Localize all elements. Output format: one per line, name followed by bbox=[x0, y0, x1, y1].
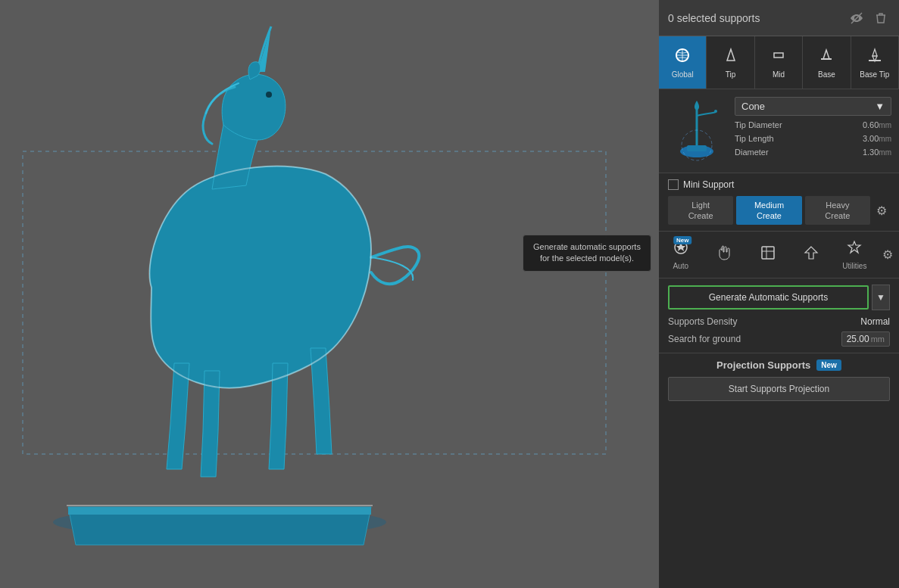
density-value: Normal bbox=[860, 316, 890, 327]
selected-supports-title: 0 selected supports bbox=[668, 12, 760, 24]
tip-length-row: Tip Length 3.00mm bbox=[735, 134, 891, 143]
tip-length-value: 3.00mm bbox=[863, 134, 891, 143]
utilities-tool-btn[interactable]: Utilities bbox=[833, 235, 876, 275]
svg-rect-35 bbox=[687, 145, 707, 151]
header-icons bbox=[847, 9, 890, 27]
edit-tool-icon bbox=[760, 244, 776, 265]
svg-point-24 bbox=[266, 92, 272, 98]
tab-global-label: Global bbox=[672, 70, 694, 79]
transform-tool-btn[interactable] bbox=[789, 235, 832, 275]
svg-point-33 bbox=[714, 110, 717, 113]
panel-header: 0 selected supports bbox=[659, 0, 899, 36]
svg-marker-26 bbox=[727, 49, 735, 61]
global-tab-icon bbox=[674, 47, 691, 67]
projection-section: Projection Supports New Start Supports P… bbox=[659, 353, 899, 407]
tab-mid[interactable]: Mid bbox=[755, 36, 803, 89]
diameter-value: 1.30mm bbox=[863, 148, 891, 157]
generate-auto-supports-btn[interactable]: Generate Automatic Supports bbox=[668, 285, 869, 310]
tip-diameter-row: Tip Diameter 0.60mm bbox=[735, 120, 891, 129]
light-create-btn[interactable]: Light Create bbox=[668, 196, 733, 225]
tip-diameter-value: 0.60mm bbox=[863, 120, 891, 129]
tip-diameter-label: Tip Diameter bbox=[735, 120, 782, 129]
utilities-tool-label: Utilities bbox=[842, 262, 866, 270]
tab-base[interactable]: Base bbox=[803, 36, 851, 89]
projection-title: Projection Supports bbox=[716, 359, 810, 371]
manual-tool-icon bbox=[716, 244, 732, 265]
tab-tip-label: Tip bbox=[726, 70, 736, 79]
hide-icon[interactable] bbox=[847, 9, 866, 27]
mini-support-settings-btn[interactable]: ⚙ bbox=[873, 201, 890, 221]
shape-controls: Cone ▼ Tip Diameter 0.60mm Tip Length 3.… bbox=[735, 97, 891, 165]
ground-value-input[interactable]: 25.00 mm bbox=[841, 331, 890, 347]
medium-label: Medium bbox=[754, 201, 784, 210]
svg-rect-27 bbox=[774, 53, 783, 58]
tab-mid-label: Mid bbox=[773, 70, 785, 79]
mini-support-checkbox[interactable] bbox=[668, 179, 679, 190]
ground-row: Search for ground 25.00 mm bbox=[668, 331, 890, 347]
delete-icon[interactable] bbox=[872, 9, 890, 27]
shape-section: Cone ▼ Tip Diameter 0.60mm Tip Length 3.… bbox=[659, 89, 899, 173]
cone-dropdown-arrow: ▼ bbox=[875, 101, 885, 112]
transform-tool-icon bbox=[803, 244, 819, 265]
medium-create-label: Create bbox=[757, 211, 782, 220]
mini-support-label: Mini Support bbox=[683, 179, 734, 190]
diameter-label: Diameter bbox=[735, 148, 769, 157]
base-tip-tab-icon bbox=[866, 47, 883, 67]
medium-create-btn[interactable]: Medium Create bbox=[736, 196, 801, 225]
mid-tab-icon bbox=[770, 47, 787, 67]
projection-new-tag: New bbox=[816, 359, 841, 371]
auto-tool-label: Auto bbox=[673, 262, 688, 270]
mini-support-buttons: Light Create Medium Create Heavy Create … bbox=[668, 196, 890, 225]
tab-base-label: Base bbox=[818, 70, 835, 79]
density-row: Supports Density Normal bbox=[668, 316, 890, 327]
light-create-label: Create bbox=[688, 211, 713, 220]
svg-rect-38 bbox=[762, 247, 774, 259]
generate-btn-row: Generate Automatic Supports ▼ bbox=[668, 285, 890, 310]
generate-section: Generate Automatic Supports ▼ Supports D… bbox=[659, 278, 899, 353]
3d-viewport[interactable] bbox=[0, 0, 659, 588]
shape-preview bbox=[666, 97, 727, 165]
utilities-tool-icon bbox=[846, 239, 863, 260]
generate-dropdown-btn[interactable]: ▼ bbox=[872, 285, 890, 310]
edit-tool-btn[interactable] bbox=[746, 235, 789, 275]
density-label: Supports Density bbox=[668, 316, 737, 327]
heavy-create-label: Create bbox=[825, 211, 850, 220]
tab-row: Global Tip Mid Base Base Tip bbox=[659, 36, 899, 89]
tab-base-tip-label: Base Tip bbox=[860, 70, 889, 79]
tab-global[interactable]: Global bbox=[659, 36, 707, 89]
projection-header: Projection Supports New bbox=[668, 359, 890, 371]
base-tab-icon bbox=[818, 47, 835, 67]
new-badge: New bbox=[673, 236, 691, 244]
tip-tab-icon bbox=[723, 47, 739, 67]
auto-tool-tooltip: Generate automatic supports for the sele… bbox=[523, 235, 651, 272]
diameter-row: Diameter 1.30mm bbox=[735, 148, 891, 157]
heavy-create-btn[interactable]: Heavy Create bbox=[805, 196, 870, 225]
auto-tool-btn[interactable]: New Auto Generate automatic supports for… bbox=[659, 235, 702, 275]
cone-selector[interactable]: Cone ▼ bbox=[735, 97, 891, 116]
mini-support-header: Mini Support bbox=[668, 179, 890, 190]
svg-marker-30 bbox=[872, 49, 877, 56]
light-label: Light bbox=[691, 201, 710, 210]
mini-support-section: Mini Support Light Create Medium Create … bbox=[659, 173, 899, 232]
cone-type-label: Cone bbox=[741, 101, 765, 112]
manual-tool-btn[interactable] bbox=[702, 235, 745, 275]
tab-base-tip[interactable]: Base Tip bbox=[851, 36, 899, 89]
toolbar-settings-btn[interactable]: ⚙ bbox=[876, 235, 899, 275]
tip-length-label: Tip Length bbox=[735, 134, 774, 143]
tab-tip[interactable]: Tip bbox=[707, 36, 754, 89]
ground-label: Search for ground bbox=[668, 334, 741, 344]
start-projection-btn[interactable]: Start Supports Projection bbox=[668, 377, 890, 401]
toolbar-section: New Auto Generate automatic supports for… bbox=[659, 232, 899, 278]
heavy-label: Heavy bbox=[826, 201, 849, 210]
right-panel: 0 selected supports Global Tip bbox=[659, 0, 899, 588]
